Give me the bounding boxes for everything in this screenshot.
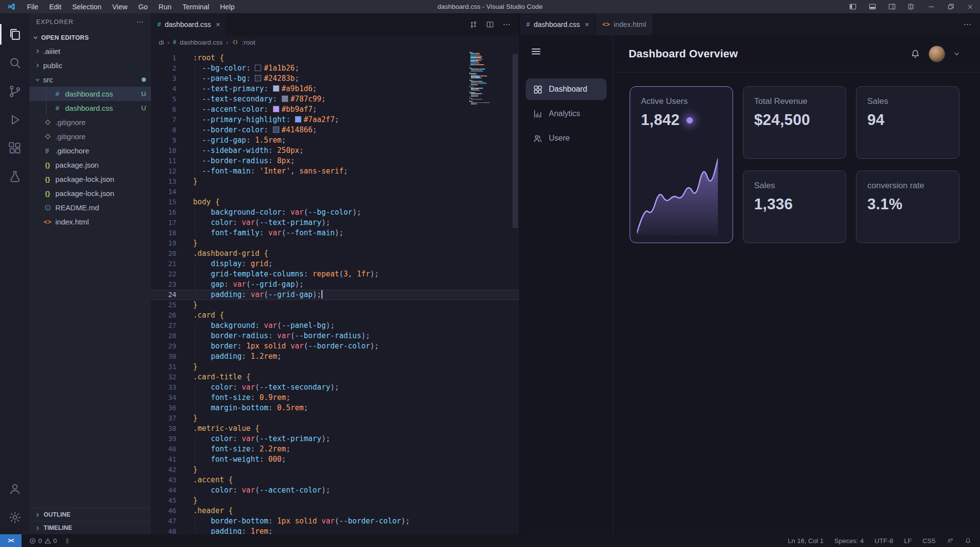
code-line[interactable]: 29 border: 1px solid var(--border-color)… [151,341,519,351]
tab-index-html[interactable]: <>index.html [596,13,653,35]
code-line[interactable]: 13} [151,176,519,187]
nav-item-usere[interactable]: Usere [526,127,607,149]
code-line[interactable]: 24 padding: var(--grid-gap); [151,290,519,300]
code-line[interactable]: 28 border-radius: var(--border-radius); [151,331,519,341]
close-tab-icon[interactable]: × [585,20,589,28]
open-editors-section[interactable]: OPEN EDITORS [29,31,151,44]
tree-file-readme-md[interactable]: README.md [29,200,151,215]
code-line[interactable]: 46.header { [151,506,519,516]
nav-item-analytics[interactable]: Analytics [526,103,607,124]
code-line[interactable]: 2 --bg-color: #1a1b26; [151,63,519,74]
code-line[interactable]: 19} [151,238,519,249]
toggle-panel-icon[interactable] [862,0,882,13]
close-tab-icon[interactable]: × [216,20,220,28]
bell-icon[interactable] [910,49,921,59]
menu-run[interactable]: Run [154,1,176,12]
code-line[interactable]: 32.card-title { [151,372,519,382]
tree-folder-src[interactable]: src [29,73,151,87]
menu-view[interactable]: View [108,1,132,12]
tree-file--gitiochore[interactable]: .gitiochore [29,144,151,158]
status-item-speces[interactable]: Speces: 4 [830,534,868,547]
code-line[interactable]: 21 display: grid; [151,259,519,269]
tree-file-package-lock-json[interactable]: {}package-lock.json [29,172,151,186]
code-line[interactable]: 44 color: var(--accent-color); [151,485,519,496]
code-line[interactable]: 47 border-bottom: 1px solid var(--border… [151,516,519,526]
code-line[interactable]: 26.card { [151,310,519,321]
avatar[interactable] [929,46,945,62]
explorer-more-actions-icon[interactable] [136,18,144,26]
customize-layout-icon[interactable] [902,0,921,13]
code-line[interactable]: 31} [151,362,519,372]
code-line[interactable]: 3 --panel-bg: #24283b; [151,74,519,84]
toggle-sidebar-icon[interactable] [843,0,862,13]
minimize-icon[interactable] [921,0,941,13]
search-icon[interactable] [0,49,29,77]
feedback-icon[interactable] [942,534,958,547]
account-icon[interactable] [0,474,29,503]
code-line[interactable]: 10 --sidebar-width: 250px; [151,146,519,156]
tree-file-index-html[interactable]: <>index.html [29,215,151,229]
tab-dashboard-css[interactable]: # dashboard.css × [151,13,227,35]
minimap[interactable] [469,52,497,104]
code-line[interactable]: 5 --text-secondary: #787c99; [151,94,519,104]
restore-icon[interactable] [941,0,960,13]
tree-folder-public[interactable]: public [29,58,151,73]
tree-folder--aiiiet[interactable]: .aiiiet [29,44,151,58]
code-line[interactable]: 9 --grid-gap: 1.5rem; [151,135,519,146]
tree-file--gitignore[interactable]: .gitignore [29,129,151,144]
code-line[interactable]: 1:root { [151,53,519,63]
status-item-cs5[interactable]: CS5 [918,534,940,547]
code-line[interactable]: 30 padding: 1.2rem; [151,351,519,362]
nav-item-dashboard[interactable]: Dashboard [526,78,607,100]
outline-section[interactable]: OUTLINE [29,508,151,521]
code-line[interactable]: 16 background-color: var(--bg-color); [151,207,519,218]
timeline-section[interactable]: TIMELINE [29,521,151,534]
menu-edit[interactable]: Edit [45,1,66,12]
code-line[interactable]: 20.dashboard-grid { [151,249,519,259]
breadcrumb-item[interactable]: :root [242,39,255,46]
breadcrumb-item[interactable]: di [159,39,164,46]
code-line[interactable]: 34 font-size: 0.9rem; [151,393,519,403]
code-line[interactable]: 22 grid-template-columns: repeat(3, 1fr)… [151,269,519,279]
files-icon[interactable] [0,20,29,49]
code-line[interactable]: 48 padding: 1rem; [151,526,519,534]
code-line[interactable]: 18 font-family: var(--font-main); [151,228,519,238]
tree-file-package-json[interactable]: {}package.json [29,158,151,172]
code-line[interactable]: 25} [151,300,519,310]
code-line[interactable]: 37} [151,413,519,423]
code-line[interactable]: 14 [151,187,519,197]
run-debug-icon[interactable] [0,105,29,134]
compare-changes-icon[interactable] [466,18,480,31]
menu-selection[interactable]: Selection [68,1,106,12]
settings-gear-icon[interactable] [0,503,29,531]
code-line[interactable]: 33 color: var(--text-secondary); [151,382,519,393]
problems-indicator[interactable]: 0 0 [26,534,59,547]
code-line[interactable]: 15body { [151,197,519,207]
menu-go[interactable]: Go [134,1,152,12]
code-line[interactable]: 41 font-weight: 000; [151,454,519,465]
ellipsis-icon[interactable] [500,18,514,31]
remote-indicator[interactable]: >< [0,534,22,547]
toggle-secondary-sidebar-icon[interactable] [882,0,902,13]
code-line[interactable]: 8 --border-color: #414866; [151,125,519,135]
extensions-icon[interactable] [0,134,29,162]
code-line[interactable]: 11 --border-radius: 8px; [151,156,519,166]
code-line[interactable]: 6 --accent-color: #bb9af7; [151,104,519,115]
breadcrumb-item[interactable]: dashboard.css [180,39,223,46]
editor-scrollbar[interactable] [513,54,518,228]
test-flask-icon[interactable] [0,162,29,191]
sync-indicator[interactable] [61,534,74,547]
tree-file-package-lock-json[interactable]: {}package-lock.json [29,186,151,200]
split-editor-icon[interactable] [483,18,497,31]
menu-hamburger-icon[interactable] [528,43,544,60]
breadcrumb[interactable]: di›#dashboard.css›:root [151,35,519,49]
chevron-down-icon[interactable] [953,50,960,57]
code-line[interactable]: 7 --primary-highlight: #7aa2f7; [151,115,519,125]
code-line[interactable]: 36 margin-bottom: 0.5rem; [151,403,519,413]
tree-file--gitignore[interactable]: .gitignore [29,115,151,129]
tab-dashboard-css[interactable]: #dashboard.css× [520,13,596,35]
source-control-icon[interactable] [0,77,29,105]
code-line[interactable]: 40 font-size: 2.2rem; [151,444,519,454]
code-line[interactable]: 17 color: var(--text-primary); [151,218,519,228]
code-line[interactable]: 38.metric-value { [151,423,519,434]
